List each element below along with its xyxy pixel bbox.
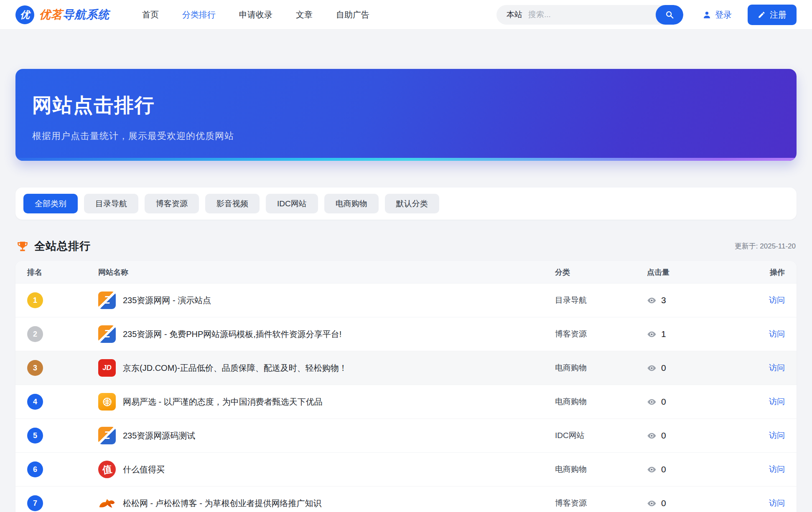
main-nav: 首页分类排行申请收录文章自助广告	[142, 9, 369, 20]
col-header-name: 网站名称	[98, 267, 555, 277]
page-title: 网站点击排行	[32, 92, 780, 119]
visit-link[interactable]: 访问	[769, 397, 785, 406]
z-logo-icon: Z	[98, 427, 116, 444]
site-category: IDC网站	[555, 430, 647, 441]
category-chip-default[interactable]: 默认分类	[385, 194, 439, 213]
category-chip-idc[interactable]: IDC网站	[266, 194, 318, 213]
rank-badge: 3	[27, 360, 43, 376]
eye-icon	[647, 465, 657, 474]
site-name-link[interactable]: 什么值得买	[123, 464, 165, 475]
brand-name-primary: 优茗	[39, 8, 63, 21]
site-name-link[interactable]: 网易严选 - 以严谨的态度，为中国消费者甄选天下优品	[123, 396, 323, 408]
site-name-link[interactable]: 京东(JD.COM)-正品低价、品质保障、配送及时、轻松购物！	[123, 362, 347, 374]
login-label: 登录	[715, 9, 732, 20]
hero-banner: 网站点击排行 根据用户点击量统计，展示最受欢迎的优质网站	[15, 69, 797, 161]
click-count: 0	[661, 498, 666, 508]
eye-icon	[647, 499, 657, 508]
table-row: 5 Z 235资源网源码测试 IDC网站 0 访问	[15, 418, 797, 452]
visit-link[interactable]: 访问	[769, 296, 785, 304]
site-logo[interactable]: 优 优茗导航系统	[15, 5, 109, 24]
rank-badge: 4	[27, 394, 43, 410]
search-scope-select[interactable]: 本站	[496, 9, 528, 20]
eye-icon	[647, 397, 657, 407]
category-chip-all[interactable]: 全部类别	[23, 194, 78, 213]
z-logo-icon: Z	[98, 291, 116, 309]
site-category: 电商购物	[555, 362, 647, 373]
search-input[interactable]	[528, 10, 656, 19]
register-button[interactable]: 注册	[748, 5, 797, 25]
click-count: 0	[661, 397, 666, 407]
site-category: 电商购物	[555, 464, 647, 475]
site-category: 电商购物	[555, 396, 647, 407]
smzdm-logo-icon: 值	[98, 461, 116, 478]
table-row: 1 Z 235资源网网 - 演示站点 目录导航 3 访问	[15, 283, 797, 317]
visit-link[interactable]: 访问	[769, 431, 785, 440]
visit-link[interactable]: 访问	[769, 499, 785, 507]
page-subtitle: 根据用户点击量统计，展示最受欢迎的优质网站	[32, 130, 780, 142]
search-bar: 本站	[496, 5, 683, 25]
category-filter-bar: 全部类别目录导航博客资源影音视频IDC网站电商购物默认分类	[15, 188, 797, 220]
nav-item-articles[interactable]: 文章	[296, 9, 313, 20]
table-row: 6 值 什么值得买 电商购物 0 访问	[15, 452, 797, 486]
click-count: 0	[661, 464, 666, 474]
site-name-link[interactable]: 235资源网源码测试	[123, 430, 195, 441]
search-icon	[665, 10, 674, 19]
nav-item-submit-site[interactable]: 申请收录	[239, 9, 272, 20]
site-name-link[interactable]: 松松网 - 卢松松博客 - 为草根创业者提供网络推广知识	[123, 498, 322, 509]
nav-item-home[interactable]: 首页	[142, 9, 159, 20]
jd-logo-icon: JD	[98, 359, 116, 377]
visit-link[interactable]: 访问	[769, 465, 785, 474]
z-logo-icon: Z	[98, 325, 116, 343]
yanxuan-logo-icon	[98, 393, 116, 411]
updated-date: 更新于: 2025-11-20	[735, 241, 796, 251]
site-category: 目录导航	[555, 295, 647, 306]
table-row: 3 JD 京东(JD.COM)-正品低价、品质保障、配送及时、轻松购物！ 电商购…	[15, 351, 797, 385]
col-header-action: 操作	[747, 267, 785, 277]
rank-badge: 7	[27, 495, 43, 511]
search-button[interactable]	[656, 5, 683, 25]
user-icon	[703, 10, 711, 19]
eye-icon	[647, 296, 657, 305]
site-name-link[interactable]: 235资源网网 - 演示站点	[123, 295, 211, 306]
register-label: 注册	[770, 9, 787, 20]
page-body: 网站点击排行 根据用户点击量统计，展示最受欢迎的优质网站 全部类别目录导航博客资…	[0, 69, 812, 512]
logo-badge-icon: 优	[15, 5, 34, 24]
table-row: 2 Z 235资源网 - 免费PHP网站源码模板,插件软件资源分享平台! 博客资…	[15, 317, 797, 351]
site-name-link[interactable]: 235资源网 - 免费PHP网站源码模板,插件软件资源分享平台!	[123, 329, 341, 340]
col-header-clicks: 点击量	[647, 267, 747, 277]
nav-item-self-ads[interactable]: 自助广告	[336, 9, 369, 20]
click-count: 0	[661, 363, 666, 373]
table-row: 7 松松网 - 卢松松博客 - 为草根创业者提供网络推广知识 博客资源 0 访问	[15, 486, 797, 512]
click-count: 3	[661, 295, 666, 305]
rank-badge: 1	[27, 292, 43, 308]
category-chip-video[interactable]: 影音视频	[205, 194, 260, 213]
table-body: 1 Z 235资源网网 - 演示站点 目录导航 3 访问 2 Z	[15, 283, 797, 512]
col-header-category: 分类	[555, 267, 647, 277]
category-chip-blog[interactable]: 博客资源	[145, 194, 199, 213]
visit-link[interactable]: 访问	[769, 363, 785, 372]
top-header: 优 优茗导航系统 首页分类排行申请收录文章自助广告 本站 登录 注册	[0, 0, 812, 30]
nav-item-category-rank[interactable]: 分类排行	[182, 9, 216, 20]
col-header-rank: 排名	[27, 267, 98, 277]
site-category: 博客资源	[555, 498, 647, 509]
rank-badge: 6	[27, 461, 43, 477]
rank-badge: 5	[27, 428, 43, 444]
pencil-icon	[758, 11, 766, 19]
category-chip-ecommerce[interactable]: 电商购物	[324, 194, 379, 213]
eye-icon	[647, 431, 657, 441]
category-chip-dir-nav[interactable]: 目录导航	[84, 194, 138, 213]
ranking-table: 排名 网站名称 分类 点击量 操作 1 Z 235资源网网 - 演示站点 目录导…	[15, 261, 797, 512]
rank-badge: 2	[27, 326, 43, 342]
eye-icon	[647, 363, 657, 373]
click-count: 1	[661, 329, 666, 339]
visit-link[interactable]: 访问	[769, 330, 785, 338]
site-category: 博客资源	[555, 329, 647, 340]
click-count: 0	[661, 431, 666, 441]
table-row: 4 网易严选 - 以严谨的态度，为中国消费者甄选天下优品 电商购物 0 访问	[15, 385, 797, 418]
section-title: 全站总排行	[34, 239, 91, 253]
login-link[interactable]: 登录	[703, 9, 732, 20]
fox-logo-icon	[98, 494, 116, 512]
trophy-icon	[16, 240, 29, 253]
eye-icon	[647, 330, 657, 339]
brand-name-secondary: 导航系统	[63, 8, 109, 21]
